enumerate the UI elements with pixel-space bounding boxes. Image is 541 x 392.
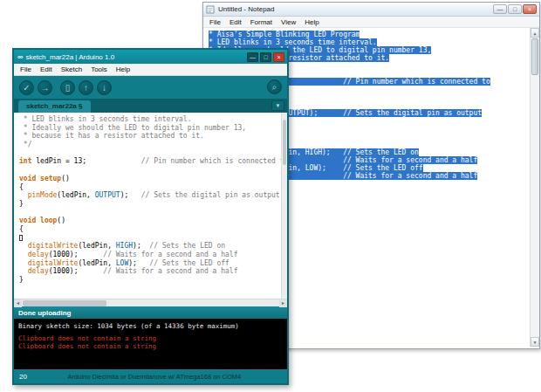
editor-vscroll-thumb[interactable] <box>283 120 286 165</box>
code-editor[interactable]: * LED blinks in 3 seconds time interval.… <box>14 113 287 299</box>
console-line: Binary sketch size: 1034 bytes (of a 143… <box>18 322 283 330</box>
verify-button[interactable]: ✓ <box>19 80 34 95</box>
current-line-number: 20 <box>19 373 27 381</box>
notepad-titlebar[interactable]: Untitled - Notepad — □ × <box>203 3 539 17</box>
arduino-menu-sketch[interactable]: Sketch <box>57 65 86 73</box>
arduino-menubar: FileEditSketchToolsHelp <box>14 64 287 76</box>
scroll-down-icon[interactable]: ▼ <box>531 337 539 347</box>
status-message: Done uploading <box>18 309 71 317</box>
console-line: Clipboard does not contain a string <box>18 342 283 350</box>
text-caret <box>19 235 23 241</box>
scroll-up-icon[interactable]: ▲ <box>531 28 539 38</box>
arduino-menu-tools[interactable]: Tools <box>86 65 112 73</box>
arduino-titlebar[interactable]: ∞ sketch_mar22a | Arduino 1.0 — □ × <box>14 50 287 64</box>
arduino-menu-help[interactable]: Help <box>112 65 134 73</box>
code-line: { <box>19 183 287 192</box>
new-sketch-button[interactable]: ▯ <box>60 80 75 95</box>
notepad-close-button[interactable]: × <box>523 4 537 14</box>
notepad-text-line: * LED blinks in 3 seconds time interval. <box>209 38 539 46</box>
code-line: void loop() <box>19 217 287 225</box>
code-editor-text: * LED blinks in 3 seconds time interval.… <box>19 115 287 285</box>
board-and-port-label: Arduino Diecimila or Duemilanove w/ ATme… <box>27 373 282 381</box>
notepad-icon <box>206 5 215 14</box>
notepad-minimize-button[interactable]: — <box>493 4 507 14</box>
notepad-maximize-button[interactable]: □ <box>508 4 522 14</box>
footer-bar: 20 Arduino Diecimila or Duemilanove w/ A… <box>14 369 287 383</box>
arduino-menu-file[interactable]: File <box>16 65 36 73</box>
chevron-down-icon: ▼ <box>276 103 281 108</box>
code-line: int ledPin = 13; // Pin number which is … <box>19 157 287 166</box>
code-line <box>19 149 287 158</box>
new-sketch-icon: ▯ <box>61 81 74 94</box>
notepad-window-title: Untitled - Notepad <box>218 5 493 13</box>
editor-horizontal-scrollbar[interactable]: ◄ ► <box>14 299 287 306</box>
code-line <box>19 234 287 243</box>
editor-vertical-scrollbar[interactable] <box>281 113 287 299</box>
notepad-text-line: * Aisa's Simple Blinking LED Program <box>209 31 539 38</box>
code-line: delay(1000); // Waits for a second and a… <box>19 251 287 259</box>
code-line: void setup() <box>19 175 287 183</box>
notepad-menu-file[interactable]: File <box>205 18 225 26</box>
code-line <box>19 166 287 175</box>
arduino-tab-bar: sketch_mar22a § ▼ <box>14 99 287 113</box>
tab-menu-button[interactable]: ▼ <box>271 100 284 111</box>
scroll-right-icon[interactable]: ► <box>279 299 287 307</box>
arduino-minimize-button[interactable]: — <box>247 52 258 62</box>
code-line: pinMode(ledPin, OUTPUT); // Sets the dig… <box>19 191 287 200</box>
arduino-window-controls: — □ × <box>247 52 284 62</box>
code-line <box>19 209 287 217</box>
upload-icon: → <box>38 81 51 94</box>
notepad-menu-view[interactable]: View <box>277 18 300 26</box>
editor-hscroll-thumb[interactable] <box>23 300 106 306</box>
upload-button[interactable]: → <box>38 80 52 95</box>
notepad-vertical-scrollbar[interactable]: ▲ ▼ <box>530 28 539 347</box>
console-output[interactable]: Binary sketch size: 1034 bytes (of a 143… <box>14 319 287 369</box>
code-line: * Ideally we should the LED to digital p… <box>19 124 287 133</box>
code-line: } <box>19 276 287 285</box>
notepad-menu-help[interactable]: Help <box>300 18 323 26</box>
save-sketch-icon: ↓ <box>98 81 111 94</box>
arduino-window-title: sketch_mar22a | Arduino 1.0 <box>25 53 247 61</box>
code-line: digitalWrite(ledPin, HIGH); // Sets the … <box>19 242 287 251</box>
code-line: } <box>19 200 287 209</box>
status-bar: Done uploading <box>14 306 287 319</box>
desktop: { "colors": { "teal_titlebar": "#0e8494"… <box>0 0 541 392</box>
arduino-logo-icon: ∞ <box>17 52 23 61</box>
scroll-left-icon[interactable]: ◄ <box>14 299 22 307</box>
serial-monitor-icon: ⌕ <box>268 80 281 93</box>
code-line: */ <box>19 141 287 149</box>
code-line: * LED blinks in 3 seconds time interval. <box>19 115 287 124</box>
serial-monitor-button[interactable]: ⌕ <box>267 79 282 94</box>
arduino-ide-window: ∞ sketch_mar22a | Arduino 1.0 — □ × File… <box>12 48 289 385</box>
notepad-scrollbar-thumb[interactable] <box>531 38 538 75</box>
save-sketch-button[interactable]: ↓ <box>97 80 112 95</box>
notepad-menubar: FileEditFormatViewHelp <box>203 17 539 28</box>
code-line: digitalWrite(ledPin, LOW); // Sets the L… <box>19 259 287 268</box>
notepad-menu-format[interactable]: Format <box>246 18 277 26</box>
arduino-close-button[interactable]: × <box>273 52 284 62</box>
arduino-menu-edit[interactable]: Edit <box>36 65 57 73</box>
notepad-menu-edit[interactable]: Edit <box>225 18 246 26</box>
open-sketch-button[interactable]: ↑ <box>79 80 93 95</box>
verify-icon: ✓ <box>20 81 33 94</box>
code-line: { <box>19 225 287 234</box>
code-line: delay(1000); // Waits for a second and a… <box>19 267 287 276</box>
notepad-window-controls: — □ × <box>493 4 537 14</box>
console-line: Clipboard does not contain a string <box>18 334 283 342</box>
code-line: * because it has a resistor attached to … <box>19 132 287 141</box>
arduino-maximize-button[interactable]: □ <box>260 52 271 62</box>
open-sketch-icon: ↑ <box>79 81 92 94</box>
tab-sketch-mar22a[interactable]: sketch_mar22a § <box>18 100 91 113</box>
arduino-toolbar: ✓→▯↑↓ ⌕ <box>14 76 287 99</box>
